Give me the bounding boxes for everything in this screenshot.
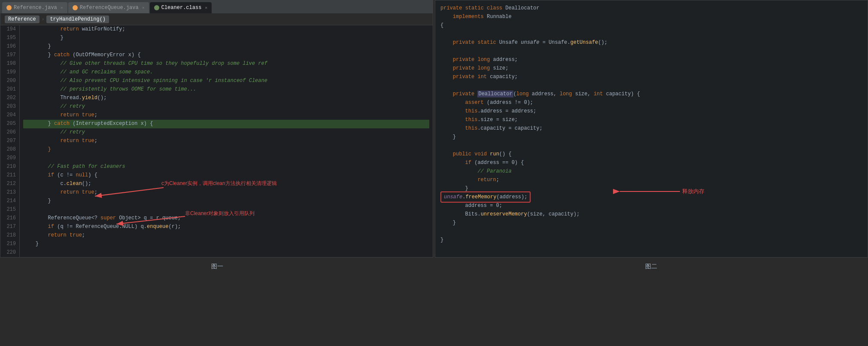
code-line-217: if (q != ReferenceQueue.NULL) q.enqueue(…	[23, 223, 429, 231]
ln-215: 215	[4, 206, 16, 214]
code-line-218: return true;	[23, 231, 429, 240]
code-line-200: // Also prevent CPU intensive spinning i…	[23, 77, 429, 85]
r-line-2: implements Runnable	[440, 12, 862, 21]
ln-205: 205	[4, 120, 16, 128]
code-line-204: return true;	[23, 111, 429, 120]
file-icon-cleaner	[154, 5, 159, 10]
r-line-blank5	[440, 227, 862, 236]
r-line-5: private long address;	[440, 55, 862, 64]
tab-reference-java[interactable]: Reference.java ✕	[2, 2, 67, 13]
r-line-8: private Deallocator(long address, long s…	[440, 90, 862, 98]
breadcrumb-reference[interactable]: Reference	[5, 15, 39, 23]
code-line-215	[23, 206, 429, 214]
caption-fig1: 图一	[211, 263, 223, 270]
r-line-4: private static Unsafe unsafe = Unsafe.ge…	[440, 38, 862, 47]
r-line-21: Bits.unreserveMemory(size, capacity);	[440, 210, 862, 219]
code-line-208: }	[23, 146, 429, 154]
ln-197: 197	[4, 51, 16, 60]
code-line-211: if (c != null) {	[23, 171, 429, 180]
tab-close-cleaner[interactable]: ✕	[205, 5, 207, 10]
ln-202: 202	[4, 94, 16, 103]
r-line-9: assert (address != 0);	[440, 98, 862, 107]
code-line-220	[23, 249, 429, 257]
r-line-13: }	[440, 133, 862, 141]
ln-206: 206	[4, 128, 16, 137]
right-code-block: private static class Deallocator impleme…	[440, 4, 862, 244]
code-line-210: // Fast path for cleaners	[23, 163, 429, 171]
r-line-22: }	[440, 219, 862, 227]
code-line-196: }	[23, 42, 429, 51]
code-line-202: Thread.yield();	[23, 94, 429, 103]
r-line-1: private static class Deallocator	[440, 4, 862, 12]
tab-label-referencequeue: ReferenceQueue.java	[80, 5, 139, 11]
ln-198: 198	[4, 60, 16, 68]
ln-220: 220	[4, 249, 16, 257]
code-line-214: }	[23, 197, 429, 206]
ln-207: 207	[4, 137, 16, 146]
tab-referencequeue-java[interactable]: ReferenceQueue.java ✕	[68, 2, 149, 13]
caption-row: 图一 图二	[0, 258, 868, 274]
tab-label-reference: Reference.java	[14, 5, 57, 11]
ln-199: 199	[4, 68, 16, 77]
breadcrumb-method[interactable]: tryHandlePending()	[46, 15, 109, 23]
r-line-15: if (address == 0) {	[440, 158, 862, 167]
ln-203: 203	[4, 103, 16, 111]
r-line-14: public void run() {	[440, 150, 862, 158]
code-panel-left: 194 195 196 197 198 199 200 201 202 203 …	[0, 25, 433, 257]
ln-219: 219	[4, 240, 16, 249]
r-line-17: return;	[440, 176, 862, 184]
code-area-left: 194 195 196 197 198 199 200 201 202 203 …	[0, 25, 433, 257]
r-line-6: private long size;	[440, 64, 862, 73]
code-line-205: } catch (InterruptedException x) {	[23, 120, 429, 128]
r-line-16: // Paranoia	[440, 167, 862, 176]
file-icon-referencequeue	[73, 5, 78, 10]
ln-214: 214	[4, 197, 16, 206]
tab-close-referencequeue[interactable]: ✕	[142, 5, 145, 10]
r-line-blank2	[440, 47, 862, 55]
code-line-194: return waitForNotify;	[23, 25, 429, 34]
code-line-203: // retry	[23, 103, 429, 111]
code-line-219: }	[23, 240, 429, 249]
code-line-206: // retry	[23, 128, 429, 137]
tab-cleaner-class[interactable]: Cleaner.class ✕	[150, 2, 212, 13]
left-panel: Reference.java ✕ ReferenceQueue.java ✕ C…	[0, 0, 433, 258]
code-line-212: c.clean();	[23, 180, 429, 188]
ln-210: 210	[4, 163, 16, 171]
ln-216: 216	[4, 214, 16, 223]
ln-195: 195	[4, 34, 16, 42]
tab-bar-left: Reference.java ✕ ReferenceQueue.java ✕ C…	[0, 0, 433, 13]
ln-201: 201	[4, 85, 16, 94]
code-line-201: // persistently throws OOME for some tim…	[23, 85, 429, 94]
right-panel: private static class Deallocator impleme…	[435, 0, 868, 258]
ln-212: 212	[4, 180, 16, 188]
line-numbers-left: 194 195 196 197 198 199 200 201 202 203 …	[0, 25, 20, 257]
ln-194: 194	[4, 25, 16, 34]
r-line-10: this.address = address;	[440, 107, 862, 115]
code-content-left: return waitForNotify; } } } catch (Ou	[20, 25, 433, 257]
ln-204: 204	[4, 111, 16, 120]
right-code-area: private static class Deallocator impleme…	[435, 0, 868, 257]
tab-label-cleaner: Cleaner.class	[161, 5, 202, 11]
r-line-blank3	[440, 81, 862, 90]
caption-fig2: 图二	[645, 263, 657, 270]
ln-218: 218	[4, 231, 16, 240]
r-line-23: }	[440, 236, 862, 244]
r-line-19: unsafe.freeMemory(address);	[440, 193, 862, 201]
r-line-11: this.size = size;	[440, 115, 862, 124]
r-line-blank4	[440, 141, 862, 150]
code-line-197: } catch (OutOfMemoryError x) {	[23, 51, 429, 60]
code-line-198: // Give other threads CPU time so they h…	[23, 60, 429, 68]
code-line-216: ReferenceQueue<? super Object> q = r.que…	[23, 214, 429, 223]
ln-211: 211	[4, 171, 16, 180]
ln-196: 196	[4, 42, 16, 51]
code-line-213: return true;	[23, 188, 429, 197]
r-line-7: private int capacity;	[440, 73, 862, 81]
ln-209: 209	[4, 154, 16, 163]
ln-200: 200	[4, 77, 16, 85]
breadcrumb-sep: ›	[42, 17, 45, 22]
r-line-3: {	[440, 21, 862, 30]
ln-208: 208	[4, 146, 16, 154]
ln-217: 217	[4, 223, 16, 231]
code-line-209	[23, 154, 429, 163]
tab-close-reference[interactable]: ✕	[61, 5, 63, 10]
